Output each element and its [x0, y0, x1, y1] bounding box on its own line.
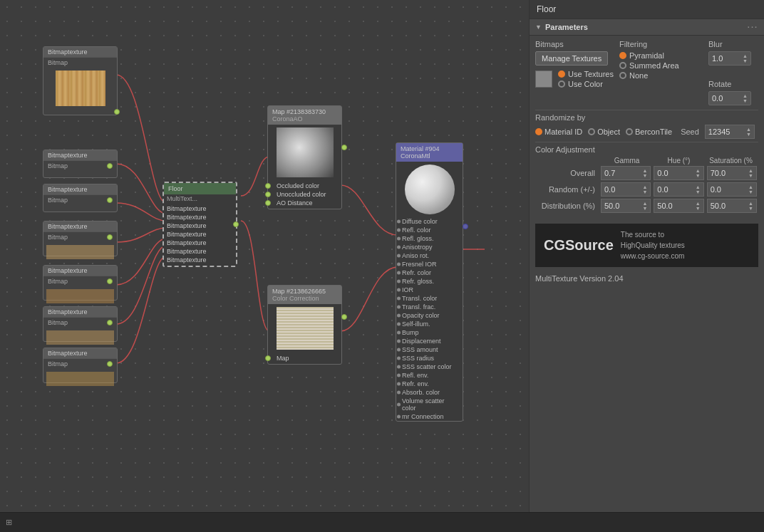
random-hue-spinner[interactable]: 0.0 ▲▼	[654, 182, 703, 197]
arrows[interactable]: ▲▼	[642, 201, 647, 211]
corona-ao-preview	[277, 127, 334, 177]
output-socket[interactable]	[233, 221, 239, 227]
port-transl-frac: Transl. frac.	[396, 303, 463, 311]
dist-hue-spinner[interactable]: 50.0 ▲▼	[654, 199, 703, 213]
multi-node-subtitle: MultiText...	[164, 194, 236, 203]
radio-material-id[interactable]: Material ID	[535, 127, 582, 136]
bottom-bar: ⊞	[0, 512, 764, 532]
blur-spinner[interactable]: 1.0 ▲ ▼	[708, 51, 751, 66]
use-textures-item[interactable]: Use Textures	[558, 70, 614, 78]
arrows[interactable]: ▲▼	[696, 184, 701, 194]
port-diffuse: Diffuse color	[396, 217, 463, 226]
canvas-area[interactable]: Bitmaptexture Bitmap Bitmaptexture Bitma…	[0, 0, 529, 512]
dist-sat-spinner[interactable]: 50.0 ▲▼	[707, 199, 757, 213]
arrows[interactable]: ▲▼	[748, 184, 753, 194]
node-body: Bitmap	[43, 232, 117, 242]
radio-summed-area-dot[interactable]	[619, 62, 626, 69]
output-socket[interactable]	[107, 361, 113, 367]
collapse-triangle: ▼	[535, 24, 542, 31]
use-textures-checkbox[interactable]	[558, 71, 565, 78]
node-body: Bitmap	[43, 195, 117, 205]
overall-hue-spinner[interactable]: 0.0 ▲▼	[654, 166, 703, 180]
use-color-checkbox[interactable]	[558, 80, 565, 88]
material-node[interactable]: Material #904 CoronaMtl Diffuse color Re…	[396, 142, 463, 422]
port-row: Bitmaptexture	[164, 256, 236, 264]
input-socket[interactable]	[265, 183, 271, 189]
output-socket[interactable]	[341, 145, 347, 150]
arrows[interactable]: ▲▼	[748, 168, 753, 178]
radio-bercontile[interactable]: BerconTile	[626, 127, 672, 136]
overall-gamma-spinner[interactable]: 0.7 ▲▼	[601, 166, 651, 180]
radio-material-id-dot[interactable]	[535, 128, 542, 135]
arrows[interactable]: ▲▼	[696, 168, 701, 178]
check-group: Use Textures Use Color	[558, 70, 614, 88]
random-sat: 0.0	[711, 185, 721, 194]
output-socket[interactable]	[107, 163, 113, 169]
overall-sat-spinner[interactable]: 70.0 ▲▼	[707, 166, 757, 180]
port-sss-radius: SSS radius	[396, 354, 463, 363]
radio-bercontile-dot[interactable]	[626, 128, 633, 135]
rotate-spinner[interactable]: 0.0 ▲ ▼	[708, 91, 751, 105]
manage-textures-button[interactable]: Manage Textures	[535, 51, 608, 66]
radio-material-id-label: Material ID	[544, 127, 582, 136]
output-socket[interactable]	[107, 197, 113, 203]
port-opacity: Opacity color	[396, 311, 463, 320]
multi-texture-node[interactable]: Floor MultiText... Bitmaptexture Bitmapt…	[162, 182, 237, 267]
bitmap-node-3[interactable]: Bitmaptexture Bitmap	[43, 184, 118, 212]
radio-none[interactable]: None	[619, 71, 703, 80]
port-row: Bitmaptexture	[164, 221, 236, 230]
input-socket[interactable]	[265, 355, 271, 361]
color-adjustment-label: Color Adjustment	[535, 145, 758, 154]
bitmap-node-6[interactable]: Bitmaptexture Bitmap	[43, 306, 118, 342]
bitmap-node-2[interactable]: Bitmaptexture Bitmap	[43, 150, 118, 178]
port-anisotropy: Anisotropy	[396, 243, 463, 251]
bitmap-node-7[interactable]: Bitmaptexture Bitmap	[43, 348, 118, 383]
seed-spinner-arrows[interactable]: ▲ ▼	[746, 127, 751, 137]
spinner-arrows[interactable]: ▲ ▼	[743, 53, 748, 63]
use-color-item[interactable]: Use Color	[558, 80, 614, 88]
output-socket[interactable]	[341, 314, 347, 320]
node-header: Bitmaptexture	[43, 307, 117, 318]
panel-body: Bitmaps Manage Textures Use Textures Use…	[530, 36, 764, 219]
arrows[interactable]: ▲▼	[748, 201, 753, 211]
radio-pyramidal[interactable]: Pyramidal	[619, 51, 703, 60]
material-ports: Diffuse color Refl. color Refl. gloss. A…	[396, 217, 463, 421]
arrows[interactable]: ▲▼	[696, 201, 701, 211]
port-row: Bitmaptexture	[164, 247, 236, 256]
cg-source-banner[interactable]: CGSource The source toHighQuality textur…	[535, 224, 758, 267]
output-socket[interactable]	[107, 234, 113, 240]
arrows[interactable]: ▲▼	[642, 184, 647, 194]
random-gamma-spinner[interactable]: 0.0 ▲▼	[601, 182, 651, 197]
input-socket[interactable]	[265, 200, 271, 206]
color-swatch[interactable]	[535, 71, 552, 88]
radio-object-dot[interactable]	[588, 128, 595, 135]
parameters-header[interactable]: ▼ Parameters ···	[530, 19, 764, 36]
port-volume-scatter: Volume scatter color	[396, 397, 463, 412]
bitmap-node-5[interactable]: Bitmaptexture Bitmap	[43, 265, 118, 301]
radio-object[interactable]: Object	[588, 127, 620, 136]
port-row: Bitmaptexture	[164, 230, 236, 239]
bitmap-node-4[interactable]: Bitmaptexture Bitmap	[43, 221, 118, 256]
rotate-spinner-arrows[interactable]: ▲ ▼	[743, 93, 748, 103]
output-socket[interactable]	[463, 224, 468, 229]
seed-field[interactable]: 12345 ▲ ▼	[705, 125, 755, 139]
input-socket[interactable]	[265, 192, 271, 197]
radio-pyramidal-dot[interactable]	[619, 52, 626, 59]
random-sat-spinner[interactable]: 0.0 ▲▼	[707, 182, 757, 197]
output-socket[interactable]	[114, 109, 120, 115]
arrows[interactable]: ▲▼	[642, 168, 647, 178]
random-row: Random (+/-) 0.0 ▲▼ 0.0 ▲▼ 0.0 ▲▼	[535, 182, 758, 197]
radio-summed-area[interactable]: Summed Area	[619, 61, 703, 70]
overall-hue: 0.0	[657, 169, 668, 177]
dist-gamma-spinner[interactable]: 50.0 ▲▼	[601, 199, 651, 213]
port-absorb: Absorb. color	[396, 388, 463, 397]
port-refl-gloss: Refl. gloss.	[396, 234, 463, 243]
panel-title: Floor	[530, 0, 764, 19]
radio-none-dot[interactable]	[619, 72, 626, 79]
corona-ao-ports: Occluded color Unoccluded color AO Dista…	[268, 180, 341, 209]
color-correction-node[interactable]: Map #2138626665 Color Correction Map	[267, 285, 342, 365]
corona-ao-node[interactable]: Map #2138383730 CoronaAO Occluded color …	[267, 105, 342, 209]
output-socket[interactable]	[107, 320, 113, 325]
bitmap-node-1[interactable]: Bitmaptexture Bitmap	[43, 46, 118, 115]
output-socket[interactable]	[107, 278, 113, 284]
